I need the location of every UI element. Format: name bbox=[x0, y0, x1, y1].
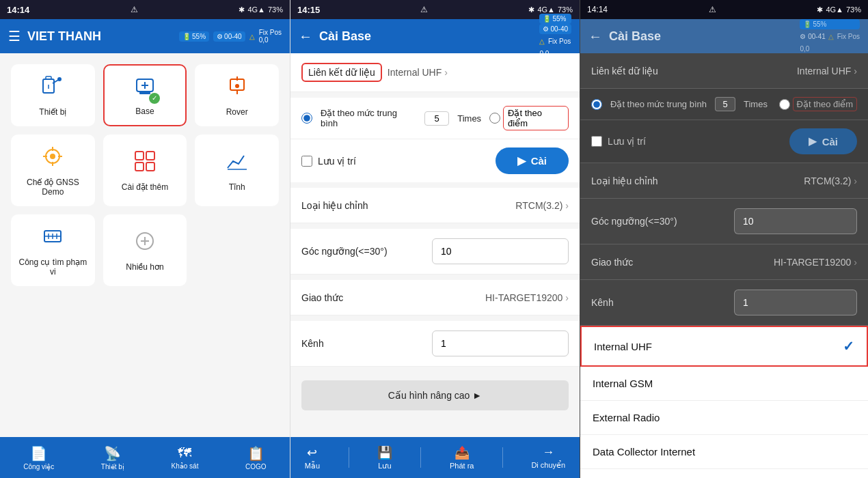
cai-button[interactable]: ▶ Cài bbox=[496, 147, 569, 174]
warning-icon-2: ⚠ bbox=[420, 5, 428, 14]
battery-1: 73% bbox=[268, 5, 283, 14]
svg-rect-1 bbox=[46, 76, 51, 79]
giao-thuc-chevron: › bbox=[565, 292, 569, 303]
goc-nguong-label-3: Góc ngưỡng(<=30°) bbox=[591, 216, 729, 227]
loai-hieu-chinh-row[interactable]: Loại hiệu chỉnh RTCM(3.2) › bbox=[290, 188, 580, 223]
lien-ket-row[interactable]: Liên kết dữ liệu Internal UHF › bbox=[290, 53, 580, 92]
status-icons-2: ✱ 4G▲ 73% bbox=[528, 5, 573, 14]
khao-sat-icon: 🗺 bbox=[178, 445, 191, 461]
page-title-bar-2: ← Cài Base 🔋 55% ⚙ 00-40 △ Fix Pos0,0 bbox=[290, 19, 580, 53]
dropdown-item-internal-gsm[interactable]: Internal GSM bbox=[580, 367, 868, 401]
nav-cogo[interactable]: 📋 COGO bbox=[240, 445, 272, 470]
rover-label: Rover bbox=[226, 107, 248, 117]
grid-item-rover[interactable]: Rover bbox=[195, 64, 279, 126]
dat-theo-muc-label: Đặt theo mức trung bình bbox=[321, 108, 416, 128]
luu-vi-tri-checkbox[interactable] bbox=[301, 156, 312, 167]
svg-point-14 bbox=[50, 154, 55, 159]
grid-item-cai-dat-them[interactable]: Cài đặt thêm bbox=[103, 135, 187, 206]
battery-icon-2: 🔋 55% bbox=[539, 14, 571, 24]
dat-theo-muc-row-3: Đặt theo mức trung bình Times Đặt theo đ… bbox=[580, 89, 868, 120]
giao-thuc-label-3: Giao thức bbox=[591, 257, 768, 268]
lien-ket-section: Liên kết dữ liệu Internal UHF › bbox=[290, 53, 580, 92]
luu-vi-tri-row-3: Lưu vị trí ▶ Cài bbox=[580, 120, 868, 163]
loai-hieu-chinh-value-row: RTCM(3.2) › bbox=[515, 200, 569, 211]
cai-btn-label-3: Cài bbox=[822, 136, 838, 147]
giao-thuc-row[interactable]: Giao thức HI-TARGET19200 › bbox=[290, 280, 580, 315]
luu-vi-tri-checkbox-3[interactable] bbox=[591, 136, 602, 147]
nav-thiet-bi[interactable]: 📡 Thiết bị bbox=[96, 445, 130, 470]
nav-khao-sat[interactable]: 🗺 Khảo sát bbox=[166, 445, 204, 470]
dropdown-item-external-radio[interactable]: External Radio bbox=[580, 401, 868, 435]
lien-ket-value-3: Internal UHF › bbox=[797, 66, 857, 76]
menu-icon-1[interactable]: ☰ bbox=[8, 28, 21, 44]
luu-vi-tri-row: Lưu vị trí ▶ Cài bbox=[290, 139, 580, 182]
config-button[interactable]: Cấu hình nâng cao ► bbox=[301, 380, 569, 410]
phat-ra-icon: 📤 bbox=[455, 445, 470, 460]
giao-thuc-label: Giao thức bbox=[301, 292, 480, 303]
dat-theo-diem-radio-3[interactable] bbox=[779, 99, 790, 110]
lien-ket-row-3[interactable]: Liên kết dữ liệu Internal UHF › bbox=[580, 53, 868, 89]
kenh-input[interactable] bbox=[432, 331, 569, 356]
cong-cu-label: Công cụ tìm phạm vi bbox=[16, 257, 90, 277]
gnss-label: Chế độ GNSS Demo bbox=[16, 178, 90, 197]
cai-button-3[interactable]: ▶ Cài bbox=[789, 128, 857, 154]
lien-ket-value-row: Internal UHF › bbox=[388, 67, 448, 78]
di-chuyen-label: Di chuyển bbox=[531, 461, 565, 470]
goc-nguong-input[interactable] bbox=[432, 238, 569, 264]
grid-item-tinh[interactable]: Tĩnh bbox=[195, 135, 279, 206]
dat-theo-muc-label-3: Đặt theo mức trung bình bbox=[610, 99, 707, 109]
loai-hieu-chinh-chevron: › bbox=[565, 200, 569, 211]
check-mark-internal-uhf: ✓ bbox=[843, 338, 854, 354]
network-icon-1: 4G▲ bbox=[247, 5, 265, 14]
dropdown-item-internal-uhf[interactable]: Internal UHF ✓ bbox=[580, 326, 868, 367]
tinh-label: Tĩnh bbox=[229, 182, 245, 192]
battery-icon-3: 🔋 55% bbox=[800, 19, 860, 29]
action-mau[interactable]: ↩ Mẫu bbox=[305, 445, 320, 470]
goc-nguong-input-3[interactable] bbox=[734, 208, 857, 234]
panel-dropdown: 14:14 ⚠ ✱ 4G▲ 73% ← Cài Base 🔋 55% ⚙ 00-… bbox=[580, 0, 868, 478]
giao-thuc-value-3: HI-TARGET19200 › bbox=[774, 257, 857, 268]
back-btn-2[interactable]: ← bbox=[299, 29, 312, 44]
times-input[interactable] bbox=[424, 111, 449, 126]
dat-theo-diem-radio[interactable] bbox=[489, 113, 500, 124]
dat-theo-muc-row: Đặt theo mức trung bình Times Đặt theo đ… bbox=[290, 98, 580, 139]
rover-icon bbox=[225, 74, 249, 103]
bluetooth-icon-1: ✱ bbox=[239, 5, 245, 14]
svg-point-12 bbox=[235, 84, 239, 88]
back-btn-3[interactable]: ← bbox=[588, 29, 602, 44]
play-icon-3: ▶ bbox=[809, 135, 817, 147]
giao-thuc-row-3[interactable]: Giao thức HI-TARGET19200 › bbox=[580, 244, 868, 280]
svg-rect-19 bbox=[135, 152, 144, 160]
page-title-bar-3: ← Cài Base 🔋 55% ⚙ 00-41 △ Fix Pos0,0 bbox=[580, 19, 868, 53]
kenh-section: Kênh bbox=[290, 321, 580, 367]
luu-vi-tri-label: Lưu vị trí bbox=[318, 156, 356, 167]
battery-2: 73% bbox=[558, 5, 573, 14]
grid-item-gnss[interactable]: Chế độ GNSS Demo bbox=[11, 135, 95, 206]
grid-item-base[interactable]: ✓ Base bbox=[103, 64, 187, 126]
base-icon-wrapper: ✓ bbox=[133, 75, 157, 102]
svg-rect-21 bbox=[135, 163, 144, 171]
dat-theo-muc-radio-3[interactable] bbox=[591, 99, 602, 110]
page-status-2: 🔋 55% ⚙ 00-40 △ Fix Pos0,0 bbox=[539, 14, 571, 59]
kenh-input-3[interactable] bbox=[734, 290, 857, 315]
action-luu[interactable]: 💾 Lưu bbox=[377, 445, 392, 470]
bottom-nav-1: 📄 Công việc 📡 Thiết bị 🗺 Khảo sát 📋 COGO bbox=[0, 437, 290, 478]
action-phat-ra[interactable]: 📤 Phát ra bbox=[450, 445, 474, 470]
nhieu-hon-icon bbox=[133, 229, 157, 258]
loai-hieu-chinh-value: RTCM(3.2) bbox=[515, 200, 562, 211]
dropdown-item-data-collector[interactable]: Data Collector Internet bbox=[580, 435, 868, 469]
times-input-3[interactable] bbox=[715, 97, 735, 111]
svg-rect-22 bbox=[146, 163, 154, 171]
action-di-chuyen[interactable]: → Di chuyển bbox=[531, 445, 565, 470]
nav-cong-viec[interactable]: 📄 Công việc bbox=[18, 445, 59, 470]
loai-hieu-chinh-row-3[interactable]: Loại hiệu chỉnh RTCM(3.2) › bbox=[580, 163, 868, 199]
grid-item-thiet-bi[interactable]: Thiết bị bbox=[11, 64, 95, 126]
bluetooth-icon-2: ✱ bbox=[528, 5, 534, 14]
dropdown-label-external-radio: External Radio bbox=[593, 412, 660, 423]
mau-label: Mẫu bbox=[305, 462, 320, 470]
grid-item-nhieu-hon[interactable]: Nhiều hơn bbox=[103, 214, 187, 286]
luu-vi-tri-label-3: Lưu vị trí bbox=[608, 136, 646, 147]
dat-theo-muc-radio[interactable] bbox=[301, 113, 312, 124]
giao-thuc-value-row: HI-TARGET19200 › bbox=[485, 292, 569, 303]
grid-item-cong-cu[interactable]: Công cụ tìm phạm vi bbox=[11, 214, 95, 286]
